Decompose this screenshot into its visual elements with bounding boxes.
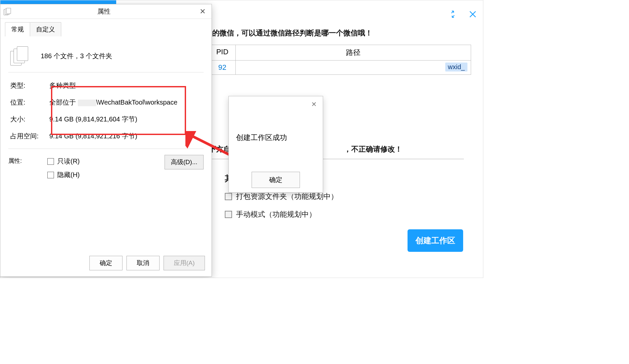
tab-general[interactable]: 常规 [5, 22, 30, 36]
checkbox-icon[interactable] [225, 211, 232, 218]
tab-custom[interactable]: 自定义 [30, 22, 61, 36]
modal-message: 创建工作区成功 [236, 133, 317, 143]
hidden-label: 隐藏(H) [57, 170, 80, 179]
col-pid-header: PID [209, 45, 236, 60]
modal-ok-button[interactable]: 确定 [252, 172, 300, 188]
redacted-path [78, 100, 96, 106]
option-pack-resources[interactable]: 打包资源文件夹（功能规划中） [225, 192, 471, 202]
option-manual-mode[interactable]: 手动模式（功能规划中） [225, 209, 471, 219]
attributes-label: 属性: [8, 155, 47, 165]
size-value: 9.14 GB (9,814,921,604 字节) [49, 115, 202, 124]
big-files-icon [10, 46, 29, 66]
hint2-left: 下方自 [209, 145, 231, 153]
dialog-title: 属性 [11, 7, 197, 16]
type-value: 多种类型 [49, 81, 202, 90]
col-path-header: 路径 [236, 45, 471, 60]
checkbox-icon[interactable] [225, 193, 232, 200]
option-label: 手动模式（功能规划中） [236, 209, 316, 219]
apply-button: 应用(A) [164, 256, 205, 270]
wxid-chip: wxid_ [445, 63, 467, 71]
advanced-button[interactable]: 高级(D)... [165, 155, 204, 169]
readonly-checkbox[interactable]: 只读(R) [47, 157, 165, 166]
checkbox-icon[interactable] [47, 172, 54, 178]
dialog-titlebar[interactable]: 属性 ✕ [0, 4, 212, 19]
success-dialog: ✕ 创建工作区成功 确定 [228, 96, 323, 193]
loc-tail: \WechatBakTool\workspace [96, 99, 177, 106]
hint-text-1: 的微信，可以通过微信路径判断是哪一个微信哦！ [212, 28, 471, 38]
location-value: 全部位于 \WechatBakTool\workspace [49, 98, 202, 107]
create-workspace-button[interactable]: 创建工作区 [408, 229, 463, 252]
readonly-label: 只读(R) [57, 157, 80, 166]
cancel-button[interactable]: 取消 [126, 256, 160, 270]
dialog-close-icon[interactable]: ✕ [197, 7, 208, 17]
type-label: 类型: [10, 81, 49, 90]
ok-button[interactable]: 确定 [89, 256, 122, 270]
option-label: 打包资源文件夹（功能规划中） [236, 192, 338, 202]
minimize-icon[interactable] [449, 10, 457, 20]
table-header: PID 路径 [209, 45, 471, 60]
files-icon [4, 8, 11, 15]
loc-prefix: 全部位于 [49, 99, 76, 106]
disk-size-label: 占用空间: [10, 132, 49, 141]
cell-pid: 92 [209, 61, 236, 74]
location-label: 位置: [10, 98, 49, 107]
summary-text: 186 个文件，3 个文件夹 [41, 52, 112, 61]
hint2-right: ，不正确请修改！ [344, 145, 402, 153]
hidden-checkbox[interactable]: 隐藏(H) [47, 170, 165, 179]
checkbox-icon[interactable] [47, 158, 54, 165]
modal-close-icon[interactable]: ✕ [235, 100, 317, 108]
properties-dialog: 属性 ✕ 常规 自定义 186 个文件，3 个文件夹 类型: 多种类型 位置: … [0, 4, 212, 277]
table-row[interactable]: 92 wxid_ [209, 60, 471, 75]
cell-path: wxid_ [236, 61, 471, 74]
close-icon[interactable] [468, 10, 477, 20]
size-label: 大小: [10, 115, 49, 124]
disk-size-value: 9.14 GB (9,814,921,216 字节) [49, 132, 202, 141]
